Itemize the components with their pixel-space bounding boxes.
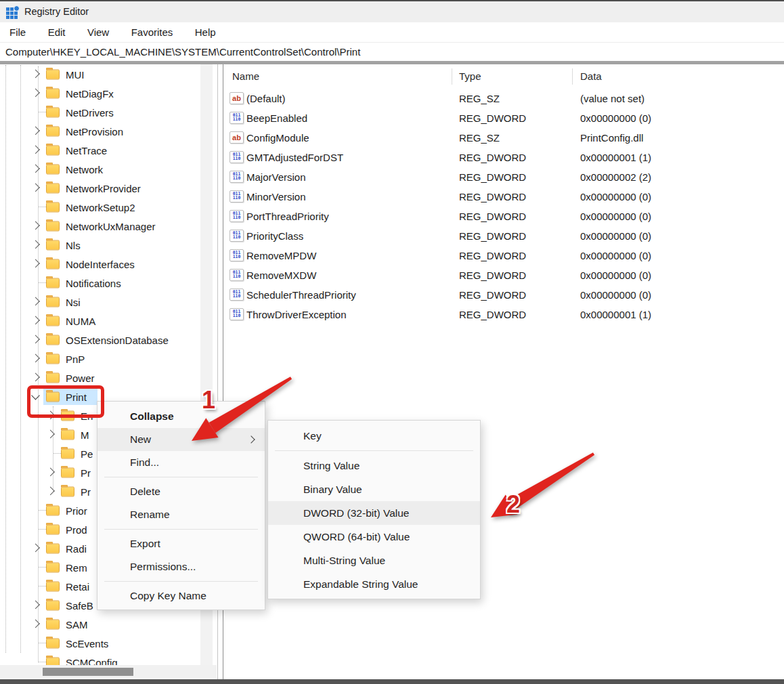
- tree-item-networkprovider[interactable]: NetworkProvider: [0, 179, 217, 198]
- chevron-right-icon[interactable]: [31, 70, 40, 79]
- chevron-right-icon[interactable]: [31, 240, 40, 249]
- address-bar[interactable]: Computer\HKEY_LOCAL_MACHINE\SYSTEM\Curre…: [0, 42, 784, 62]
- string-value-icon: ab: [230, 92, 244, 104]
- menu-item-multi-string-value[interactable]: Multi-String Value: [268, 549, 480, 572]
- folder-icon: [46, 108, 60, 118]
- chevron-right-icon[interactable]: [46, 468, 55, 477]
- menu-item-new[interactable]: New: [97, 428, 265, 451]
- tree-item-label: Pr: [81, 486, 91, 498]
- tree-item-netdrivers[interactable]: NetDrivers: [0, 103, 217, 122]
- tree-item-netprovision[interactable]: NetProvision: [0, 122, 217, 141]
- tree-item-netdiagfx[interactable]: NetDiagFx: [0, 84, 217, 103]
- menu-item-dword-32-bit-value[interactable]: DWORD (32-bit) Value: [268, 501, 480, 525]
- chevron-right-icon[interactable]: [31, 184, 40, 192]
- menu-item-key[interactable]: Key: [268, 424, 480, 448]
- menu-item-string-value[interactable]: String Value: [268, 454, 480, 477]
- chevron-right-icon[interactable]: [31, 259, 40, 268]
- tree-item-mui[interactable]: MUI: [0, 65, 217, 84]
- value-row-majorversion[interactable]: 011 110MajorVersionREG_DWORD0x00000002 (…: [224, 167, 784, 186]
- value-row-throwdriverexception[interactable]: 011 110ThrowDriverExceptionREG_DWORD0x00…: [224, 304, 784, 324]
- window-title: Registry Editor: [24, 1, 89, 22]
- menu-favorites[interactable]: Favorites: [125, 22, 180, 42]
- tree-item-label: NetDrivers: [66, 107, 114, 119]
- value-row-beepenabled[interactable]: 011 110BeepEnabledREG_DWORD0x00000000 (0…: [224, 108, 784, 127]
- chevron-right-icon[interactable]: [31, 335, 40, 344]
- value-row-priorityclass[interactable]: 011 110PriorityClassREG_DWORD0x00000000 …: [224, 226, 784, 245]
- tree-item-network[interactable]: Network: [0, 160, 217, 179]
- value-row-removempdw[interactable]: 011 110RemoveMPDWREG_DWORD0x00000000 (0): [224, 245, 784, 265]
- column-header-data[interactable]: Data: [580, 64, 602, 88]
- tree-connector: [38, 207, 46, 207]
- address-path[interactable]: Computer\HKEY_LOCAL_MACHINE\SYSTEM\Curre…: [5, 43, 360, 62]
- chevron-right-icon[interactable]: [31, 316, 40, 325]
- tree-horizontal-scrollbar[interactable]: [0, 665, 217, 678]
- menu-item-copy-key-name[interactable]: Copy Key Name: [97, 584, 265, 607]
- value-row-removemxdw[interactable]: 011 110RemoveMXDWREG_DWORD0x00000000 (0): [224, 265, 784, 284]
- column-header-type[interactable]: Type: [459, 64, 481, 88]
- menu-item-collapse[interactable]: Collapse: [97, 405, 265, 428]
- tree-item-nls[interactable]: Nls: [0, 236, 217, 255]
- value-row-schedulerthreadpriority[interactable]: 011 110SchedulerThreadPriorityREG_DWORD0…: [224, 284, 784, 304]
- menu-edit[interactable]: Edit: [41, 22, 72, 42]
- chevron-right-icon[interactable]: [31, 89, 40, 98]
- chevron-right-icon[interactable]: [31, 620, 40, 628]
- tree-item-nettrace[interactable]: NetTrace: [0, 141, 217, 160]
- chevron-right-icon[interactable]: [31, 544, 40, 553]
- menu-separator: [97, 578, 265, 584]
- chevron-right-icon[interactable]: [31, 354, 40, 363]
- folder-icon: [46, 89, 60, 99]
- scrollbar-thumb[interactable]: [43, 668, 133, 676]
- tree-item-osextensiondatabase[interactable]: OSExtensionDatabase: [0, 330, 217, 349]
- chevron-right-icon[interactable]: [31, 373, 40, 382]
- menu-item-permissions[interactable]: Permissions...: [97, 555, 265, 578]
- column-separator[interactable]: [572, 68, 573, 85]
- menu-item-label: Export: [130, 538, 160, 550]
- menu-item-delete[interactable]: Delete: [97, 480, 265, 503]
- tree-item-scevents[interactable]: ScEvents: [0, 634, 217, 653]
- menu-item-export[interactable]: Export: [97, 532, 265, 555]
- menu-item-qword-64-bit-value[interactable]: QWORD (64-bit) Value: [268, 525, 480, 549]
- menu-item-binary-value[interactable]: Binary Value: [268, 477, 480, 501]
- chevron-right-icon[interactable]: [31, 127, 40, 135]
- chevron-right-icon[interactable]: [31, 165, 40, 173]
- tree-item-power[interactable]: Power: [0, 368, 217, 387]
- tree-item-notifications[interactable]: Notifications: [0, 274, 217, 293]
- value-row-gmtadjustedfordst[interactable]: 011 110GMTAdjustedForDSTREG_DWORD0x00000…: [224, 147, 784, 167]
- chevron-right-icon[interactable]: [46, 430, 55, 439]
- tree-item-label: Pe: [81, 448, 93, 460]
- tree-item-label: Network: [66, 164, 103, 175]
- menu-file[interactable]: File: [3, 22, 32, 42]
- tree-item-label: NetworkSetup2: [66, 202, 135, 213]
- tree-item-nsi[interactable]: Nsi: [0, 293, 217, 312]
- tree-item-numa[interactable]: NUMA: [0, 312, 217, 330]
- folder-icon: [46, 506, 60, 516]
- tree-item-networkuxmanager[interactable]: NetworkUxManager: [0, 217, 217, 236]
- value-row-default[interactable]: ab(Default)REG_SZ(value not set): [224, 88, 784, 108]
- submenu-chevron-icon: [247, 435, 255, 443]
- tree-item-networksetup2[interactable]: NetworkSetup2: [0, 198, 217, 217]
- menu-item-find[interactable]: Find...: [97, 451, 265, 474]
- value-type: REG_DWORD: [459, 308, 526, 320]
- chevron-right-icon[interactable]: [31, 601, 40, 610]
- menu-item-expandable-string-value[interactable]: Expandable String Value: [268, 572, 480, 596]
- value-type: REG_DWORD: [459, 190, 526, 202]
- value-row-minorversion[interactable]: 011 110MinorVersionREG_DWORD0x00000000 (…: [224, 186, 784, 206]
- chevron-right-icon[interactable]: [31, 146, 40, 154]
- column-header-name[interactable]: Name: [232, 64, 259, 88]
- tree-item-label: Nsi: [66, 297, 81, 308]
- chevron-right-icon[interactable]: [31, 221, 40, 230]
- column-separator[interactable]: [452, 68, 452, 85]
- menu-help[interactable]: Help: [188, 22, 223, 42]
- menu-item-rename[interactable]: Rename: [97, 503, 265, 526]
- chevron-right-icon[interactable]: [31, 297, 40, 306]
- folder-icon: [46, 316, 60, 326]
- value-row-portthreadpriority[interactable]: 011 110PortThreadPriorityREG_DWORD0x0000…: [224, 206, 784, 226]
- chevron-right-icon[interactable]: [46, 487, 55, 496]
- menu-item-label: QWORD (64-bit) Value: [303, 531, 410, 543]
- tree-item-nodeinterfaces[interactable]: NodeInterfaces: [0, 255, 217, 274]
- menu-view[interactable]: View: [81, 22, 116, 42]
- folder-icon: [46, 202, 60, 213]
- tree-item-pnp[interactable]: PnP: [0, 349, 217, 368]
- value-row-configmodule[interactable]: abConfigModuleREG_SZPrintConfig.dll: [224, 127, 784, 147]
- tree-item-sam[interactable]: SAM: [0, 615, 217, 634]
